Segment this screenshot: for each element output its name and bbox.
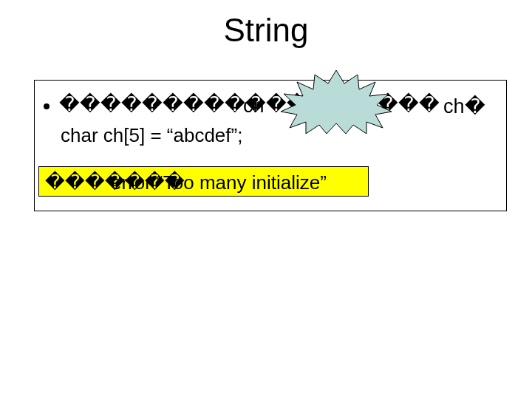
starburst-shape: [281, 70, 392, 134]
starburst-polygon: [281, 70, 392, 134]
placeholder-squares-left: ������������: [59, 95, 307, 115]
slide-title: String: [0, 12, 532, 49]
overlay-label-ch-1: ch: [243, 95, 265, 117]
bullet-dot-icon: [44, 103, 50, 109]
bullet-row: ������������: [44, 95, 307, 115]
error-overlay-text: error “Too many initialize”: [111, 171, 327, 194]
code-line: char ch[5] = “abcdef”;: [61, 124, 242, 147]
overlay-label-ch-2: ch�: [443, 95, 485, 118]
